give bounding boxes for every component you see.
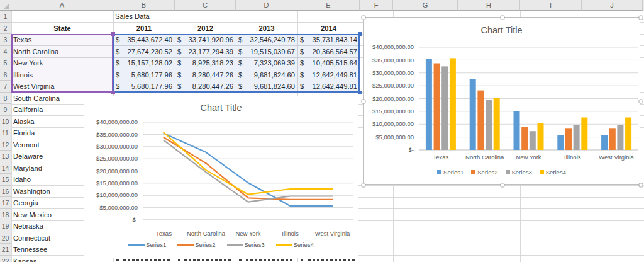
y-axis-label: $35,000,000.00	[96, 131, 138, 138]
row-header-4[interactable]: 4	[0, 46, 11, 58]
row-header-17[interactable]: 17	[0, 197, 11, 209]
range-drag-handle[interactable]	[111, 32, 115, 36]
legend-item-Series1[interactable]: Series1	[128, 241, 166, 248]
column-header-G[interactable]: G	[393, 0, 458, 11]
legend-swatch	[276, 244, 292, 246]
legend-item-Series2[interactable]: Series2	[177, 241, 215, 248]
column-header-I[interactable]: I	[520, 0, 582, 11]
value-range-selection[interactable]	[113, 34, 360, 93]
bar-series-Series3[interactable]	[617, 125, 623, 151]
gridline	[643, 11, 643, 262]
cell-E2[interactable]: 2014	[297, 23, 360, 35]
bar-series-Series3[interactable]	[441, 66, 448, 150]
range-drag-handle[interactable]	[111, 91, 115, 94]
cell-A2[interactable]: State	[11, 23, 113, 35]
bar-series-Series4[interactable]	[581, 118, 587, 151]
column-header-J[interactable]: J	[582, 0, 643, 11]
row-header-1[interactable]: 1	[0, 11, 11, 23]
bar-series-Series4[interactable]	[538, 123, 544, 150]
bar-series-Series1[interactable]	[470, 79, 476, 150]
chart-selection-handle[interactable]	[362, 16, 366, 20]
column-header-F[interactable]: F	[360, 0, 393, 11]
row-header-15[interactable]: 15	[0, 174, 11, 186]
range-drag-handle[interactable]	[358, 32, 362, 36]
bar-series-Series3[interactable]	[574, 125, 580, 151]
chart-selection-handle[interactable]	[362, 183, 366, 188]
clipped-number	[184, 259, 232, 262]
bar-series-Series2[interactable]	[477, 91, 484, 150]
row-header-9[interactable]: 9	[0, 104, 11, 116]
chart-selection-handle[interactable]	[639, 183, 643, 188]
column-header-C[interactable]: C	[175, 0, 236, 11]
category-range-selection[interactable]	[11, 34, 113, 93]
row-header-2[interactable]: 2	[0, 23, 11, 35]
legend-item-Series3[interactable]: Series3	[506, 169, 532, 176]
line-series-Series4[interactable]	[164, 133, 333, 195]
y-axis-label: $15,000,000.00	[372, 108, 414, 115]
cell-D2[interactable]: 2013	[236, 23, 297, 35]
row-header-19[interactable]: 19	[0, 220, 11, 232]
column-header-H[interactable]: H	[458, 0, 520, 11]
column-header-A[interactable]: A	[11, 0, 113, 11]
chart-selection-handle[interactable]	[500, 16, 504, 20]
bar-series-Series1[interactable]	[601, 135, 608, 150]
select-all-triangle-icon	[4, 3, 9, 9]
chart-selection-handle[interactable]	[639, 100, 643, 104]
row-header-18[interactable]: 18	[0, 209, 11, 221]
line-chart[interactable]: Chart Title $40,000,000.00$35,000,000.00…	[84, 96, 358, 258]
bar-series-Series3[interactable]	[486, 100, 492, 151]
select-all-corner[interactable]	[0, 0, 11, 11]
chart-legend[interactable]: Series1Series2Series3Series4	[84, 241, 358, 248]
x-axis-label: North Carolina	[465, 154, 504, 161]
chart-selection-handle[interactable]	[639, 16, 643, 20]
bar-series-Series2[interactable]	[434, 64, 440, 151]
line-chart-plot[interactable]: $40,000,000.00$35,000,000.00$30,000,000.…	[84, 96, 359, 259]
legend-item-Series1[interactable]: Series1	[437, 169, 464, 176]
cell-B2[interactable]: 2011	[113, 23, 175, 35]
bar-chart[interactable]: Chart Title $40,000,000.00$35,000,000.00…	[363, 17, 640, 185]
row-header-21[interactable]: 21	[0, 244, 11, 256]
row-header-7[interactable]: 7	[0, 81, 11, 93]
row-header-11[interactable]: 11	[0, 127, 11, 139]
bar-series-Series1[interactable]	[557, 135, 564, 150]
row-header-12[interactable]: 12	[0, 139, 11, 151]
row-header-13[interactable]: 13	[0, 151, 11, 162]
cell-B1[interactable]: Sales Data	[113, 11, 175, 23]
bar-series-Series2[interactable]	[521, 127, 528, 150]
cell-C2[interactable]: 2012	[175, 23, 236, 35]
legend-item-Series4[interactable]: Series4	[276, 241, 314, 248]
y-axis-label: $5,000,000.00	[375, 134, 414, 140]
column-header-E[interactable]: E	[297, 0, 360, 11]
bar-chart-plot[interactable]: $40,000,000.00$35,000,000.00$30,000,000.…	[364, 18, 641, 185]
row-header-22[interactable]: 22	[0, 256, 11, 262]
legend-item-Series3[interactable]: Series3	[227, 241, 265, 248]
legend-label: Series4	[546, 169, 566, 176]
bar-series-Series4[interactable]	[625, 118, 631, 151]
legend-item-Series2[interactable]: Series2	[471, 169, 497, 176]
chart-selection-handle[interactable]	[362, 100, 366, 104]
legend-swatch	[227, 244, 243, 246]
chart-selection-handle[interactable]	[500, 183, 504, 188]
x-axis-label: West Virginia	[599, 154, 634, 161]
bar-series-Series1[interactable]	[426, 59, 432, 150]
row-header-16[interactable]: 16	[0, 186, 11, 198]
column-header-D[interactable]: D	[236, 0, 297, 11]
row-header-10[interactable]: 10	[0, 116, 11, 128]
bar-series-Series1[interactable]	[514, 111, 520, 150]
row-header-3[interactable]: 3	[0, 34, 11, 46]
row-header-8[interactable]: 8	[0, 93, 11, 105]
column-header-B[interactable]: B	[113, 0, 175, 11]
bar-series-Series2[interactable]	[609, 128, 616, 150]
bar-series-Series4[interactable]	[450, 58, 456, 150]
bar-series-Series2[interactable]	[565, 128, 572, 150]
row-header-14[interactable]: 14	[0, 162, 11, 174]
chart-legend[interactable]: Series1Series2Series3Series4	[364, 169, 640, 176]
legend-swatch	[128, 244, 145, 246]
row-header-20[interactable]: 20	[0, 232, 11, 244]
range-drag-handle[interactable]	[358, 91, 362, 94]
bar-series-Series3[interactable]	[530, 131, 536, 150]
row-header-6[interactable]: 6	[0, 69, 11, 81]
bar-series-Series4[interactable]	[494, 98, 500, 150]
row-header-5[interactable]: 5	[0, 57, 11, 69]
legend-item-Series4[interactable]: Series4	[540, 169, 566, 176]
